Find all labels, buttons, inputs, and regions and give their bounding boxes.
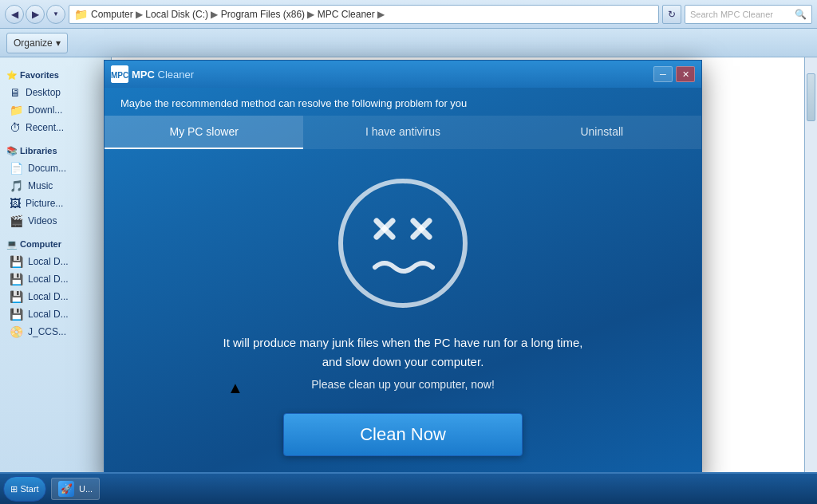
taskbar-mpc-item[interactable]: 🚀 U... — [51, 478, 100, 500]
svg-text:MPC: MPC — [111, 71, 128, 80]
tab-antivirus[interactable]: I have antivirus — [303, 116, 502, 149]
tab-uninstall[interactable]: Uninstall — [503, 116, 701, 149]
tab-my-pc-slower[interactable]: My PC slower — [105, 116, 303, 149]
start-label: ⊞ Start — [10, 484, 38, 494]
start-button[interactable]: ⊞ Start — [3, 476, 46, 502]
mpc-cleaner-dialog: MPC MPC Cleaner ─ ✕ Maybe the recommende… — [104, 60, 702, 482]
taskbar-item-label: U... — [79, 484, 93, 494]
dialog-body: It will produce many junk files when the… — [105, 149, 701, 482]
title-cleaner: Cleaner — [158, 69, 195, 81]
dialog-notice: Please clean up your computer, now! — [311, 378, 495, 391]
mpc-logo-icon: MPC — [111, 65, 128, 83]
dialog-title: MPC Cleaner — [132, 69, 194, 81]
dialog-minimize-button[interactable]: ─ — [653, 66, 673, 82]
svg-point-2 — [341, 181, 465, 305]
taskbar-mpc-icon: 🚀 — [58, 481, 74, 497]
dialog-subtitle: Maybe the recommended method can resolve… — [105, 88, 701, 116]
dialog-tabs: My PC slower I have antivirus Uninstall — [105, 116, 701, 149]
taskbar: ⊞ Start 🚀 U... — [0, 472, 817, 504]
dialog-overlay: MPC MPC Cleaner ─ ✕ Maybe the recommende… — [0, 0, 817, 504]
clean-now-button[interactable]: Clean Now — [283, 413, 523, 456]
sad-face-icon — [335, 175, 471, 311]
dialog-close-button[interactable]: ✕ — [676, 66, 695, 82]
dialog-logo: MPC MPC Cleaner — [111, 65, 194, 83]
title-brand: MPC — [132, 69, 155, 81]
dialog-titlebar: MPC MPC Cleaner ─ ✕ — [105, 61, 701, 88]
dialog-controls: ─ ✕ — [653, 66, 695, 82]
dialog-description: It will produce many junk files when the… — [223, 333, 582, 372]
